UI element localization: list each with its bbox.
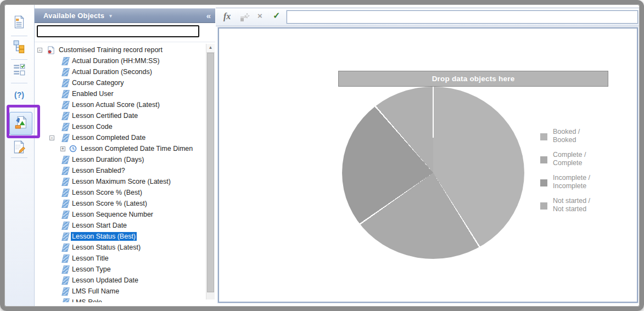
pie-chart[interactable] [342,87,524,259]
tree-item[interactable]: +Lesson Completed Date Time Dimen [35,143,205,154]
document-summary-icon [12,15,26,31]
time-dimension-icon [69,145,77,152]
tree-item-label: Customised Training record report [58,46,164,54]
legend-label: Complete / Complete [553,151,619,167]
tab-available-objects[interactable] [9,112,32,135]
dimension-icon [63,299,68,303]
legend-swatch [540,179,547,186]
formula-validate-button[interactable]: ✓ [273,10,280,21]
divider [11,157,27,158]
tree-item[interactable]: Lesson Status (Latest) [35,242,205,253]
tree-item[interactable]: Lesson Certified Date [35,110,205,121]
dimension-icon [63,200,68,207]
tab-navigation-map[interactable] [10,38,28,56]
tree-item[interactable]: -Lesson Completed Date [35,132,205,143]
dimension-icon [63,101,68,109]
tree-item-label: Lesson Certified Date [71,111,139,120]
tree-item[interactable]: Actual Duration (Seconds) [35,66,205,77]
tab-help[interactable]: (?) [10,86,28,104]
formula-fx-button[interactable]: fx [223,12,231,21]
tree-item[interactable]: Actual Duration (HH:MM:SS) [35,55,205,66]
divider [11,105,27,105]
tree-item-label: Lesson Score % (Best) [71,188,143,197]
dimension-icon [63,266,68,273]
dimension-icon [63,211,68,218]
report-icon [47,46,55,54]
tree-item[interactable]: Lesson Maximum Score (Latest) [35,176,205,187]
tree-item[interactable]: Lesson Duration (Days) [35,154,205,165]
navigation-map-icon [12,39,26,55]
tree-item-label: Lesson Type [71,265,112,274]
tree-item-label: Lesson Title [71,254,110,263]
dimension-icon [63,277,68,284]
tree-item[interactable]: LMS Role [35,297,205,302]
tree-item[interactable]: Lesson Actual Score (Latest) [35,99,205,110]
legend-swatch [540,156,547,163]
tree-item-label: Lesson Actual Score (Latest) [71,100,161,109]
chart-legend: Booked / BookedComplete / CompleteIncomp… [540,128,619,220]
tree-item-label: LMS Role [71,298,103,302]
tree-item[interactable]: -Customised Training record report [35,44,205,55]
tree-item-label: Actual Duration (Seconds) [71,67,153,76]
tree-item-label: Lesson Sequence Number [71,210,154,219]
tab-input-controls[interactable] [10,62,28,80]
tree-item-label: Lesson Maximum Score (Latest) [71,177,172,186]
left-tab-strip: (?) [4,4,35,307]
tree-item-label: Lesson Status (Latest) [71,243,142,252]
search-row [35,23,215,42]
tab-document-structure[interactable] [10,139,28,157]
legend-swatch [540,133,547,140]
tree-item[interactable]: Enabled User [35,88,205,99]
formula-wizard-icon[interactable] [239,12,250,25]
tree-item[interactable]: Lesson Status (Best) [35,231,205,242]
legend-label: Not started / Not started [553,197,619,213]
chevron-down-icon[interactable]: ▾ [109,13,112,19]
tree-item[interactable]: Lesson Enabled? [35,165,205,176]
dimension-icon [63,91,68,98]
legend-swatch [540,202,547,210]
tree-scrollbar[interactable]: ▲ [206,44,215,299]
tree-item[interactable]: LMS Full Name [35,286,205,297]
scrollbar-thumb[interactable] [207,53,214,292]
tree-item-label: Enabled User [71,89,115,98]
legend-item: Incomplete / Incomplete [540,174,619,190]
expander-icon[interactable]: - [49,135,54,140]
tree-item[interactable]: Lesson Title [35,253,205,264]
legend-label: Incomplete / Incomplete [553,174,619,190]
dimension-icon [63,134,68,142]
dimension-icon [63,156,68,163]
dimension-icon [63,255,68,262]
dimension-icon [63,123,68,131]
available-objects-tree: -Customised Training record reportActual… [35,44,205,302]
scroll-up-arrow-icon[interactable]: ▲ [206,44,215,53]
formula-cancel-button[interactable]: × [257,11,262,20]
tree-item-label: Lesson Score % (Latest) [71,199,148,208]
tree-item[interactable]: Lesson Score % (Best) [35,187,205,198]
formula-input[interactable] [287,10,638,24]
tree-item[interactable]: Lesson Code [35,121,205,132]
dimension-icon [63,189,68,196]
expander-icon[interactable]: - [37,48,42,53]
tree-item-label: LMS Full Name [71,287,120,296]
tree-item[interactable]: Lesson Start Date [35,220,205,231]
expander-icon[interactable]: + [60,146,65,151]
divider [11,36,27,36]
collapse-panel-button[interactable]: « [206,11,211,20]
tab-document-summary[interactable] [10,14,28,32]
search-input[interactable] [37,25,199,37]
tree-item-label: Lesson Completed Date [71,133,147,142]
legend-item: Not started / Not started [540,197,619,213]
tree-item[interactable]: Course Category [35,77,205,88]
input-controls-icon [12,63,26,79]
tree-item[interactable]: Lesson Score % (Latest) [35,198,205,209]
dimension-icon [63,167,68,174]
application-window: (?) [0,0,644,311]
tree-item-label: Lesson Completed Date Time Dimen [80,144,194,153]
tree-item-label: Actual Duration (HH:MM:SS) [71,56,161,65]
tree-item-label: Lesson Duration (Days) [71,155,145,164]
tree-item[interactable]: Lesson Type [35,264,205,275]
drop-data-zone[interactable]: Drop data objects here [338,71,608,87]
dimension-icon [63,288,68,295]
tree-item[interactable]: Lesson Sequence Number [35,209,205,220]
tree-item[interactable]: Lesson Updated Date [35,275,205,286]
